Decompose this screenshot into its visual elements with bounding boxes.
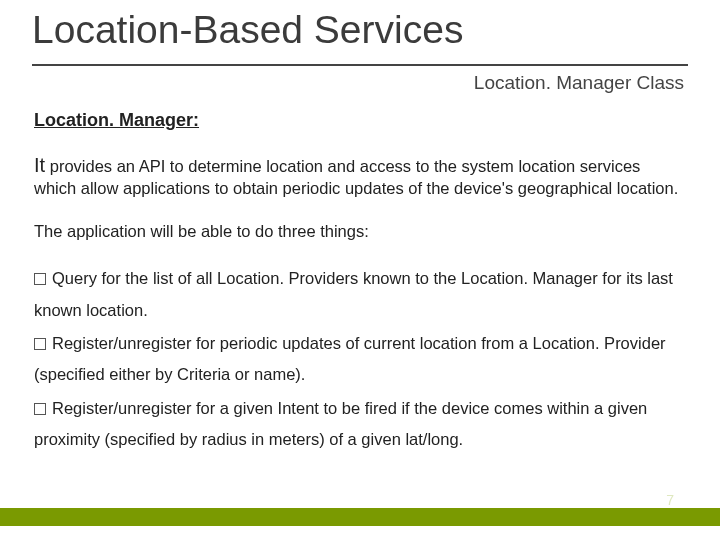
- paragraph-intro-rest: provides an API to determine location an…: [34, 157, 678, 197]
- paragraph-three-things: The application will be able to do three…: [34, 222, 686, 241]
- bullet-item: Query for the list of all Location. Prov…: [34, 263, 686, 326]
- bullet-text: Register/unregister for periodic updates…: [34, 334, 666, 383]
- square-bullet-icon: [34, 273, 46, 285]
- bullet-item: Register/unregister for a given Intent t…: [34, 393, 686, 456]
- bullet-item: Register/unregister for periodic updates…: [34, 328, 686, 391]
- page-number: 7: [666, 492, 674, 508]
- slide-subtitle: Location. Manager Class: [474, 72, 684, 94]
- bullet-list: Query for the list of all Location. Prov…: [34, 263, 686, 455]
- slide-body: It provides an API to determine location…: [34, 152, 686, 457]
- paragraph-intro-lead: It: [34, 154, 45, 176]
- square-bullet-icon: [34, 338, 46, 350]
- square-bullet-icon: [34, 403, 46, 415]
- title-underline: [32, 64, 688, 66]
- bullet-text: Register/unregister for a given Intent t…: [34, 399, 647, 448]
- paragraph-intro: It provides an API to determine location…: [34, 152, 686, 200]
- footer-accent-bar: [0, 508, 720, 526]
- slide-title: Location-Based Services: [32, 8, 463, 52]
- bullet-text: Query for the list of all Location. Prov…: [34, 269, 673, 318]
- section-heading: Location. Manager:: [34, 110, 199, 131]
